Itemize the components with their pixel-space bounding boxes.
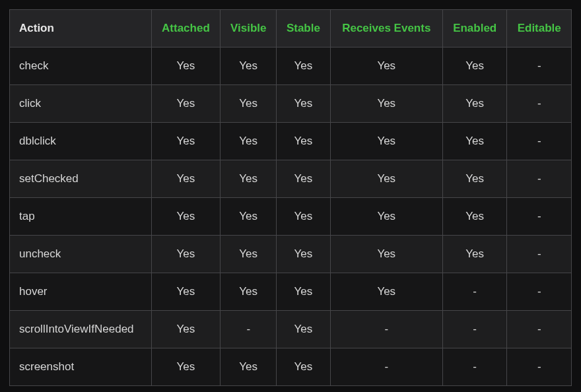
- cell-action: setChecked: [10, 160, 152, 198]
- table-row: hover Yes Yes Yes Yes - -: [10, 273, 572, 311]
- cell-receives-events: -: [330, 348, 442, 386]
- cell-stable: Yes: [277, 236, 330, 273]
- cell-visible: Yes: [221, 236, 277, 273]
- cell-enabled: Yes: [442, 48, 507, 85]
- col-header-enabled: Enabled: [442, 10, 507, 48]
- col-header-stable: Stable: [277, 10, 330, 48]
- cell-enabled: Yes: [442, 123, 507, 160]
- table-row: tap Yes Yes Yes Yes Yes -: [10, 198, 572, 236]
- cell-visible: Yes: [221, 48, 277, 85]
- cell-enabled: Yes: [442, 198, 507, 236]
- table-row: uncheck Yes Yes Yes Yes Yes -: [10, 236, 572, 273]
- cell-attached: Yes: [151, 123, 221, 160]
- cell-enabled: -: [442, 311, 507, 348]
- cell-receives-events: Yes: [330, 198, 442, 236]
- col-header-editable: Editable: [507, 10, 572, 48]
- table-header: Action Attached Visible Stable Receives …: [10, 10, 572, 48]
- cell-visible: Yes: [221, 273, 277, 311]
- col-header-attached: Attached: [151, 10, 221, 48]
- table-row: setChecked Yes Yes Yes Yes Yes -: [10, 160, 572, 198]
- cell-stable: Yes: [277, 273, 330, 311]
- cell-editable: -: [507, 311, 572, 348]
- cell-visible: Yes: [221, 123, 277, 160]
- cell-receives-events: -: [330, 311, 442, 348]
- cell-attached: Yes: [151, 85, 221, 123]
- cell-stable: Yes: [277, 160, 330, 198]
- cell-enabled: Yes: [442, 236, 507, 273]
- cell-stable: Yes: [277, 48, 330, 85]
- cell-visible: Yes: [221, 160, 277, 198]
- col-header-visible: Visible: [221, 10, 277, 48]
- table-row: screenshot Yes Yes Yes - - -: [10, 348, 572, 386]
- table-header-row: Action Attached Visible Stable Receives …: [10, 10, 572, 48]
- cell-receives-events: Yes: [330, 236, 442, 273]
- cell-receives-events: Yes: [330, 123, 442, 160]
- table-row: dblclick Yes Yes Yes Yes Yes -: [10, 123, 572, 160]
- cell-attached: Yes: [151, 48, 221, 85]
- cell-editable: -: [507, 273, 572, 311]
- cell-attached: Yes: [151, 236, 221, 273]
- cell-editable: -: [507, 48, 572, 85]
- cell-stable: Yes: [277, 311, 330, 348]
- cell-stable: Yes: [277, 85, 330, 123]
- cell-editable: -: [507, 123, 572, 160]
- cell-attached: Yes: [151, 160, 221, 198]
- cell-stable: Yes: [277, 123, 330, 160]
- col-header-action: Action: [10, 10, 152, 48]
- cell-editable: -: [507, 198, 572, 236]
- cell-stable: Yes: [277, 348, 330, 386]
- cell-action: hover: [10, 273, 152, 311]
- cell-visible: Yes: [221, 198, 277, 236]
- cell-action: dblclick: [10, 123, 152, 160]
- table-body: check Yes Yes Yes Yes Yes - click Yes Ye…: [10, 48, 572, 386]
- cell-enabled: Yes: [442, 160, 507, 198]
- cell-visible: -: [221, 311, 277, 348]
- table-row: click Yes Yes Yes Yes Yes -: [10, 85, 572, 123]
- table-row: scrollIntoViewIfNeeded Yes - Yes - - -: [10, 311, 572, 348]
- cell-action: check: [10, 48, 152, 85]
- cell-receives-events: Yes: [330, 48, 442, 85]
- cell-visible: Yes: [221, 348, 277, 386]
- cell-enabled: -: [442, 348, 507, 386]
- cell-visible: Yes: [221, 85, 277, 123]
- cell-action: screenshot: [10, 348, 152, 386]
- cell-receives-events: Yes: [330, 273, 442, 311]
- cell-attached: Yes: [151, 273, 221, 311]
- cell-action: tap: [10, 198, 152, 236]
- cell-enabled: Yes: [442, 85, 507, 123]
- cell-attached: Yes: [151, 311, 221, 348]
- cell-editable: -: [507, 160, 572, 198]
- cell-receives-events: Yes: [330, 160, 442, 198]
- cell-action: click: [10, 85, 152, 123]
- cell-editable: -: [507, 85, 572, 123]
- col-header-receives-events: Receives Events: [330, 10, 442, 48]
- cell-attached: Yes: [151, 348, 221, 386]
- cell-attached: Yes: [151, 198, 221, 236]
- cell-editable: -: [507, 236, 572, 273]
- cell-action: scrollIntoViewIfNeeded: [10, 311, 152, 348]
- cell-stable: Yes: [277, 198, 330, 236]
- cell-editable: -: [507, 348, 572, 386]
- table-row: check Yes Yes Yes Yes Yes -: [10, 48, 572, 85]
- cell-receives-events: Yes: [330, 85, 442, 123]
- actionability-table: Action Attached Visible Stable Receives …: [9, 9, 572, 386]
- cell-enabled: -: [442, 273, 507, 311]
- cell-action: uncheck: [10, 236, 152, 273]
